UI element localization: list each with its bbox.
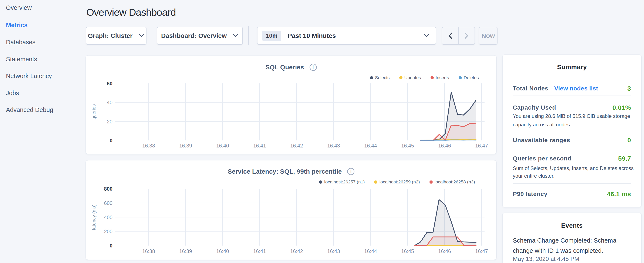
graph-scope-dropdown[interactable]: Graph: Cluster [86, 27, 146, 45]
service-latency-chart-card: Service Latency: SQL, 99th percentile i … [86, 160, 497, 260]
summary-row-description: Sum of Selects, Updates, Inserts, and De… [513, 164, 635, 180]
time-window-pager [442, 27, 475, 45]
sidebar-item-metrics[interactable]: Metrics [0, 17, 79, 34]
divider [513, 96, 631, 96]
svg-text:60: 60 [107, 81, 112, 86]
time-range-label: Past 10 Minutes [288, 32, 336, 39]
svg-text:16:43: 16:43 [327, 248, 340, 254]
summary-row-label: P99 latency [513, 191, 548, 197]
svg-text:latency (ms): latency (ms) [91, 204, 96, 230]
view-nodes-list-link[interactable]: View nodes list [554, 85, 598, 92]
svg-text:16:40: 16:40 [216, 143, 229, 149]
svg-text:16:46: 16:46 [438, 248, 451, 254]
chevron-down-icon [423, 34, 430, 38]
dashboard-dropdown[interactable]: Dashboard: Overview [157, 27, 243, 45]
summary-row-label: Capacity Used [513, 104, 556, 111]
summary-row-value: 3 [628, 85, 631, 92]
events-panel: Events Schema Change Completed: Schema c… [502, 212, 642, 263]
toolbar-divider [248, 26, 249, 45]
now-button[interactable]: Now [479, 27, 498, 45]
summary-heading: Summary [502, 63, 641, 71]
svg-text:0: 0 [110, 243, 112, 248]
summary-row-label: Unavailable ranges [513, 137, 570, 144]
sql-queries-chart-card: SQL Queries i SelectsUpdatesInsertsDelet… [86, 55, 497, 154]
svg-text:16:45: 16:45 [401, 248, 414, 254]
svg-text:0: 0 [110, 138, 112, 143]
summary-row-total-nodes: Total Nodes View nodes list 3 [513, 84, 631, 93]
dashboard-dropdown-label: Dashboard: Overview [161, 32, 227, 39]
svg-text:16:47: 16:47 [475, 248, 488, 254]
sidebar-item-jobs[interactable]: Jobs [0, 85, 79, 102]
summary-row-description: You are using 28.6 MiB of 515.9 GiB usab… [513, 112, 635, 129]
svg-text:16:47: 16:47 [475, 143, 488, 149]
svg-text:16:39: 16:39 [179, 248, 192, 254]
svg-text:800: 800 [104, 186, 112, 192]
summary-panel: Summary Total Nodes View nodes list 3 Ca… [502, 55, 642, 207]
event-timestamp: May 13, 2020 at 4:45 PM [513, 255, 579, 262]
summary-row-unavailable-ranges: Unavailable ranges 0 [513, 136, 631, 144]
svg-text:600: 600 [104, 200, 112, 206]
svg-text:200: 200 [104, 228, 112, 234]
chevron-down-icon [138, 34, 144, 38]
svg-text:queries: queries [91, 104, 96, 120]
svg-text:40: 40 [107, 100, 112, 105]
svg-text:16:41: 16:41 [253, 143, 266, 149]
sidebar-item-statements[interactable]: Statements [0, 51, 79, 68]
summary-row-p99-latency: P99 latency 46.1 ms [513, 190, 631, 198]
time-range-badge: 10m [262, 31, 281, 41]
sidebar-item-databases[interactable]: Databases [0, 34, 79, 51]
svg-text:16:42: 16:42 [290, 248, 303, 254]
overview-dashboard-page: OverviewMetricsDatabasesStatementsNetwor… [0, 0, 644, 263]
summary-row-value: 0 [628, 137, 631, 144]
svg-text:16:42: 16:42 [290, 143, 303, 149]
svg-text:16:38: 16:38 [142, 248, 155, 254]
summary-row-value: 0.01% [612, 104, 631, 111]
sidebar-item-overview[interactable]: Overview [0, 0, 79, 16]
svg-text:16:41: 16:41 [253, 248, 266, 254]
divider [513, 149, 631, 149]
page-title: Overview Dashboard [86, 7, 176, 18]
divider [513, 131, 631, 131]
chevron-right-icon [464, 32, 468, 39]
chevron-left-icon [448, 32, 452, 39]
events-heading: Events [502, 222, 641, 229]
svg-text:16:45: 16:45 [401, 143, 414, 149]
next-time-window-button[interactable] [458, 27, 474, 44]
chart-plot-area: 020040060080016:3816:3916:4016:4116:4216… [86, 160, 497, 260]
graph-scope-dropdown-label: Graph: Cluster [88, 32, 132, 39]
time-range-dropdown[interactable]: 10m Past 10 Minutes [257, 27, 436, 45]
summary-row-queries-per-second: Queries per second 59.7 [513, 154, 631, 163]
svg-text:20: 20 [107, 119, 112, 124]
sidebar-item-advanced-debug[interactable]: Advanced Debug [0, 101, 79, 118]
summary-row-value: 46.1 ms [607, 190, 631, 198]
svg-text:16:44: 16:44 [364, 143, 377, 149]
svg-text:16:43: 16:43 [327, 143, 340, 149]
svg-text:16:40: 16:40 [216, 248, 229, 254]
now-button-label: Now [481, 32, 495, 39]
svg-text:16:46: 16:46 [438, 143, 451, 149]
event-text: Schema Change Completed: Schema change w… [513, 235, 621, 256]
sidebar-nav: OverviewMetricsDatabasesStatementsNetwor… [0, 0, 85, 263]
summary-row-value: 59.7 [618, 155, 631, 162]
summary-row-label: Total Nodes [513, 85, 548, 92]
sidebar-item-network-latency[interactable]: Network Latency [0, 68, 79, 85]
chevron-down-icon [232, 34, 238, 38]
prev-time-window-button[interactable] [442, 27, 458, 44]
svg-text:16:38: 16:38 [142, 143, 155, 149]
summary-row-label: Queries per second [513, 155, 572, 162]
divider [513, 183, 631, 184]
svg-text:16:44: 16:44 [364, 248, 377, 254]
summary-row-capacity-used: Capacity Used 0.01% [513, 103, 631, 112]
svg-text:400: 400 [104, 214, 112, 220]
chart-plot-area: 020406016:3816:3916:4016:4116:4216:4316:… [86, 56, 497, 155]
svg-text:16:39: 16:39 [179, 143, 192, 149]
